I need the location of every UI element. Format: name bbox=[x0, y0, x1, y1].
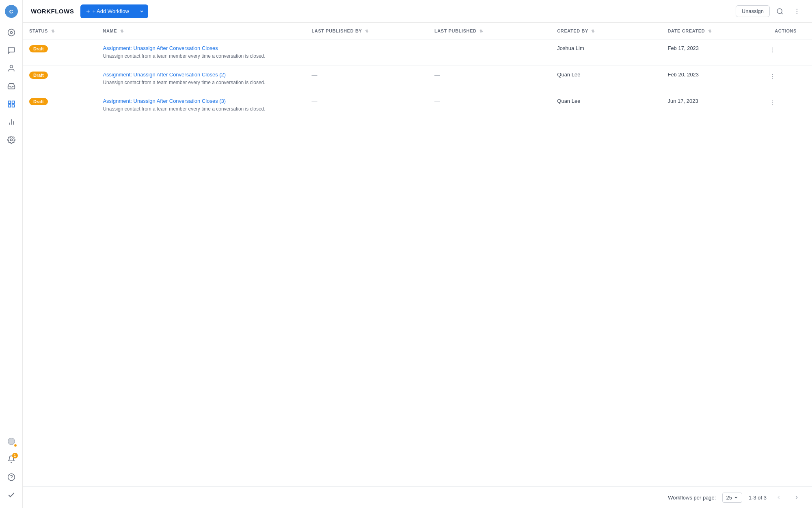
last-pub-by-sort-icon: ⇅ bbox=[365, 29, 369, 33]
workflow-name-link[interactable]: Assignment: Unassign After Conversation … bbox=[103, 45, 298, 51]
status-sort-icon: ⇅ bbox=[51, 29, 55, 33]
actions-cell bbox=[759, 92, 812, 118]
table-row: Draft Assignment: Unassign After Convers… bbox=[23, 92, 812, 118]
svg-point-11 bbox=[8, 438, 15, 445]
workflows-table-wrapper: STATUS ⇅ NAME ⇅ LAST PUBLISHED BY ⇅ LAST… bbox=[23, 23, 812, 486]
last-published-by-cell: — bbox=[305, 65, 428, 92]
topbar-actions: Unassign bbox=[614, 4, 804, 18]
unassign-button[interactable]: Unassign bbox=[736, 5, 770, 17]
svg-point-1 bbox=[10, 32, 12, 34]
svg-point-25 bbox=[772, 100, 773, 101]
workflow-description: Unassign contact from a team member ever… bbox=[103, 106, 265, 112]
col-header-name[interactable]: NAME ⇅ bbox=[96, 23, 305, 39]
status-badge: Draft bbox=[29, 45, 48, 52]
status-cell: Draft bbox=[23, 65, 96, 92]
table-header-row: STATUS ⇅ NAME ⇅ LAST PUBLISHED BY ⇅ LAST… bbox=[23, 23, 812, 39]
sidebar-item-user[interactable] bbox=[4, 434, 19, 449]
status-cell: Draft bbox=[23, 39, 96, 66]
created-by-cell: Joshua Lim bbox=[551, 39, 661, 66]
name-cell: Assignment: Unassign After Conversation … bbox=[96, 92, 305, 118]
created-by-value: Quan Lee bbox=[557, 72, 580, 78]
col-header-actions: ACTIONS bbox=[759, 23, 812, 39]
name-sort-icon: ⇅ bbox=[120, 29, 124, 33]
svg-point-2 bbox=[10, 65, 13, 68]
svg-rect-5 bbox=[12, 105, 14, 107]
workflow-name-link[interactable]: Assignment: Unassign After Conversation … bbox=[103, 72, 298, 78]
sidebar-item-reports[interactable] bbox=[4, 115, 19, 129]
svg-point-10 bbox=[10, 139, 12, 141]
last-published-by-value: — bbox=[312, 98, 317, 104]
date-created-value: Feb 17, 2023 bbox=[667, 45, 699, 51]
svg-point-21 bbox=[772, 52, 773, 52]
svg-point-0 bbox=[8, 29, 15, 36]
plus-icon: + bbox=[86, 8, 90, 15]
svg-line-15 bbox=[781, 13, 782, 14]
add-workflow-main[interactable]: + + Add Workflow bbox=[80, 4, 135, 18]
workflows-table: STATUS ⇅ NAME ⇅ LAST PUBLISHED BY ⇅ LAST… bbox=[23, 23, 812, 118]
sidebar: C 1 bbox=[0, 0, 23, 508]
date-created-cell: Feb 17, 2023 bbox=[661, 39, 759, 66]
status-badge: Draft bbox=[29, 72, 48, 79]
svg-point-14 bbox=[777, 9, 782, 13]
name-cell: Assignment: Unassign After Conversation … bbox=[96, 39, 305, 66]
row-actions-button[interactable] bbox=[766, 98, 779, 108]
sidebar-item-checkmark[interactable] bbox=[4, 488, 19, 502]
last-published-by-value: — bbox=[312, 45, 317, 52]
svg-point-17 bbox=[797, 11, 797, 11]
more-options-button[interactable] bbox=[790, 4, 804, 18]
created-by-value: Quan Lee bbox=[557, 98, 580, 104]
per-page-label: Workflows per page: bbox=[668, 495, 716, 501]
col-header-last-published-by[interactable]: LAST PUBLISHED BY ⇅ bbox=[305, 23, 428, 39]
table-footer: Workflows per page: 25 1-3 of 3 bbox=[23, 486, 812, 508]
last-published-by-cell: — bbox=[305, 92, 428, 118]
svg-point-23 bbox=[772, 76, 773, 77]
created-by-cell: Quan Lee bbox=[551, 65, 661, 92]
col-header-last-published[interactable]: LAST PUBLISHED ⇅ bbox=[428, 23, 551, 39]
per-page-select[interactable]: 25 bbox=[722, 493, 742, 503]
sidebar-item-inbox[interactable] bbox=[4, 79, 19, 93]
sidebar-item-analytics[interactable] bbox=[4, 25, 19, 40]
next-page-button[interactable] bbox=[791, 492, 802, 503]
last-published-by-value: — bbox=[312, 72, 317, 78]
svg-point-19 bbox=[772, 48, 773, 48]
date-created-cell: Feb 20, 2023 bbox=[661, 65, 759, 92]
last-published-value: — bbox=[434, 98, 440, 104]
prev-page-button[interactable] bbox=[773, 492, 784, 503]
workflow-description: Unassign contact from a team member ever… bbox=[103, 80, 265, 85]
sidebar-item-notifications[interactable]: 1 bbox=[4, 452, 19, 467]
table-row: Draft Assignment: Unassign After Convers… bbox=[23, 39, 812, 66]
sidebar-item-settings[interactable] bbox=[4, 132, 19, 147]
last-published-cell: — bbox=[428, 65, 551, 92]
workflow-name-link[interactable]: Assignment: Unassign After Conversation … bbox=[103, 98, 298, 104]
name-cell: Assignment: Unassign After Conversation … bbox=[96, 65, 305, 92]
svg-point-22 bbox=[772, 74, 773, 75]
date-created-sort-icon: ⇅ bbox=[708, 29, 712, 33]
add-workflow-button[interactable]: + + Add Workflow bbox=[80, 4, 148, 18]
workflow-description: Unassign contact from a team member ever… bbox=[103, 53, 265, 59]
created-by-sort-icon: ⇅ bbox=[591, 29, 595, 33]
sidebar-item-help[interactable] bbox=[4, 470, 19, 484]
date-created-cell: Jun 17, 2023 bbox=[661, 92, 759, 118]
sidebar-item-contacts[interactable] bbox=[4, 61, 19, 76]
svg-point-16 bbox=[797, 9, 797, 9]
last-published-by-cell: — bbox=[305, 39, 428, 66]
col-header-created-by[interactable]: CREATED BY ⇅ bbox=[551, 23, 661, 39]
row-actions-button[interactable] bbox=[766, 45, 779, 55]
col-header-date-created[interactable]: DATE CREATED ⇅ bbox=[661, 23, 759, 39]
row-actions-button[interactable] bbox=[766, 72, 779, 81]
date-created-value: Jun 17, 2023 bbox=[667, 98, 698, 104]
svg-point-20 bbox=[772, 50, 773, 50]
avatar[interactable]: C bbox=[5, 5, 18, 18]
search-icon-button[interactable] bbox=[773, 4, 787, 18]
status-badge: Draft bbox=[29, 98, 48, 105]
svg-point-27 bbox=[772, 104, 773, 105]
sidebar-item-workflows[interactable] bbox=[4, 97, 19, 111]
last-published-value: — bbox=[434, 72, 440, 78]
svg-point-26 bbox=[772, 102, 773, 103]
actions-cell bbox=[759, 65, 812, 92]
sidebar-item-conversations[interactable] bbox=[4, 43, 19, 58]
svg-point-18 bbox=[797, 13, 797, 14]
col-header-status[interactable]: STATUS ⇅ bbox=[23, 23, 96, 39]
add-workflow-dropdown-arrow[interactable] bbox=[135, 4, 148, 18]
svg-rect-6 bbox=[8, 105, 11, 107]
